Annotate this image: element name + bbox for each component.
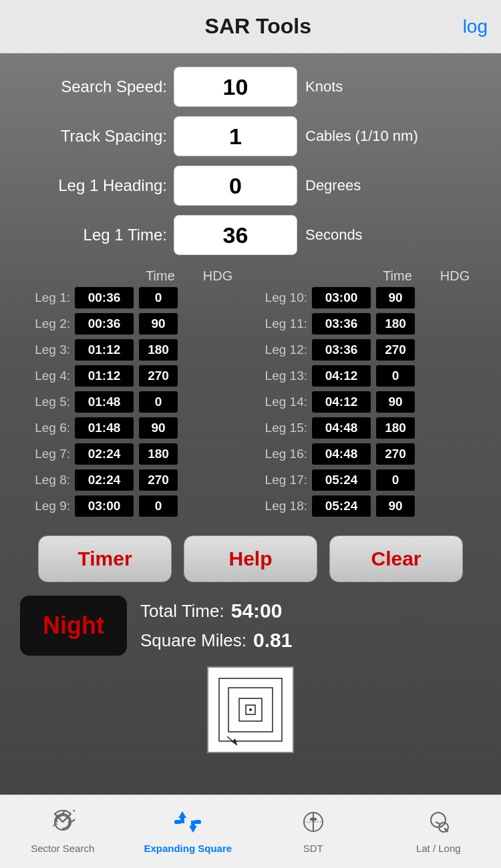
- leg-label: Leg 13:: [257, 369, 307, 383]
- leg-hdg: 90: [138, 312, 178, 335]
- leg-time: 03:00: [74, 495, 134, 517]
- right-time-header: Time: [367, 268, 428, 284]
- leg-label: Leg 14:: [257, 395, 307, 409]
- help-button[interactable]: Help: [184, 535, 317, 582]
- leg-time: 02:24: [74, 469, 134, 491]
- leg-label: Leg 3:: [20, 343, 70, 357]
- pattern-container: [20, 666, 481, 753]
- table-row: Leg 3: 01:12 180: [20, 339, 244, 361]
- leg-label: Leg 4:: [20, 369, 70, 383]
- expanding-square-icon: [174, 810, 201, 840]
- clear-button[interactable]: Clear: [329, 535, 463, 582]
- leg-label: Leg 8:: [20, 473, 70, 487]
- table-row: Leg 14: 04:12 90: [257, 391, 481, 413]
- leg-label: Leg 7:: [20, 447, 70, 461]
- svg-rect-14: [174, 820, 181, 824]
- leg-hdg: 0: [138, 286, 178, 309]
- search-speed-input[interactable]: 10: [174, 67, 297, 107]
- leg-table-container: Time HDG Leg 1: 00:36 0 Leg 2: 00:36 90 …: [20, 268, 481, 521]
- leg-time: 02:24: [74, 443, 134, 465]
- log-button[interactable]: log: [463, 16, 488, 37]
- leg-time: 03:36: [311, 312, 371, 335]
- nav-label-expanding-square: Expanding Square: [144, 843, 232, 854]
- left-table-header: Time HDG: [20, 268, 244, 284]
- leg-hdg: 270: [138, 469, 178, 491]
- leg1-heading-row: Leg 1 Heading: 0 Degrees: [20, 166, 481, 206]
- nav-item-sdt[interactable]: SDT: [251, 795, 376, 868]
- leg-hdg: 270: [138, 365, 178, 387]
- leg1-heading-input[interactable]: 0: [174, 166, 297, 206]
- nav-item-lat-long[interactable]: Lat / Long: [376, 795, 502, 868]
- nav-label-sdt: SDT: [303, 843, 323, 854]
- leg-hdg: 180: [138, 443, 178, 465]
- table-row: Leg 1: 00:36 0: [20, 286, 244, 309]
- leg-hdg: 90: [375, 391, 415, 413]
- leg-label: Leg 16:: [257, 447, 307, 461]
- leg-hdg: 180: [375, 417, 415, 439]
- stats-row: Night Total Time: 54:00 Square Miles: 0.…: [20, 596, 481, 656]
- app-title: SAR Tools: [53, 14, 463, 39]
- leg-time: 01:12: [74, 339, 134, 361]
- table-row: Leg 10: 03:00 90: [257, 286, 481, 309]
- bottom-nav: Sector Search Expanding Square: [0, 795, 501, 868]
- right-table-header: Time HDG: [257, 268, 481, 284]
- leg-hdg: 180: [138, 339, 178, 361]
- square-miles-line: Square Miles: 0.81: [140, 629, 292, 652]
- leg-time: 04:48: [311, 417, 371, 439]
- timer-button[interactable]: Timer: [38, 535, 172, 582]
- main-content: Search Speed: 10 Knots Track Spacing: 1 …: [0, 53, 501, 795]
- button-row: Timer Help Clear: [20, 535, 481, 582]
- leg-label: Leg 11:: [257, 316, 307, 331]
- svg-point-6: [249, 708, 252, 711]
- total-time-label: Total Time:: [140, 601, 224, 622]
- search-speed-row: Search Speed: 10 Knots: [20, 67, 481, 107]
- leg-label: Leg 9:: [20, 499, 70, 513]
- leg1-time-unit: Seconds: [305, 226, 363, 244]
- svg-marker-12: [189, 826, 197, 833]
- svg-marker-10: [178, 811, 186, 818]
- leg-time: 04:12: [311, 391, 371, 413]
- table-row: Leg 5: 01:48 0: [20, 391, 244, 413]
- leg-hdg: 0: [375, 365, 415, 387]
- svg-marker-5: [232, 738, 237, 745]
- table-row: Leg 6: 01:48 90: [20, 417, 244, 439]
- sdt-icon: [301, 810, 325, 840]
- total-time-line: Total Time: 54:00: [140, 600, 292, 622]
- leg1-heading-label: Leg 1 Heading:: [20, 176, 167, 195]
- leg-hdg: 270: [375, 339, 415, 361]
- track-spacing-input[interactable]: 1: [174, 116, 297, 156]
- night-button[interactable]: Night: [20, 596, 127, 656]
- table-row: Leg 18: 05:24 90: [257, 495, 481, 517]
- search-speed-unit: Knots: [305, 78, 343, 95]
- table-row: Leg 16: 04:48 270: [257, 443, 481, 465]
- table-row: Leg 7: 02:24 180: [20, 443, 244, 465]
- leg-time: 00:36: [74, 312, 134, 335]
- leg-label: Leg 2:: [20, 316, 70, 331]
- leg-time: 00:36: [74, 286, 134, 309]
- leg-time: 03:36: [311, 339, 371, 361]
- nav-item-sector-search[interactable]: Sector Search: [0, 795, 126, 868]
- table-row: Leg 2: 00:36 90: [20, 312, 244, 335]
- search-speed-label: Search Speed:: [20, 77, 167, 96]
- leg1-heading-unit: Degrees: [305, 177, 361, 194]
- track-spacing-label: Track Spacing:: [20, 127, 167, 146]
- leg-hdg: 0: [138, 391, 178, 413]
- leg-hdg: 90: [138, 417, 178, 439]
- leg-table-right: Time HDG Leg 10: 03:00 90 Leg 11: 03:36 …: [257, 268, 481, 521]
- leg-hdg: 0: [375, 469, 415, 491]
- leg-hdg: 90: [375, 286, 415, 309]
- leg-hdg: 0: [138, 495, 178, 517]
- nav-item-expanding-square[interactable]: Expanding Square: [126, 795, 251, 868]
- leg-time: 01:48: [74, 391, 134, 413]
- leg-label: Leg 10:: [257, 290, 307, 305]
- leg-hdg: 90: [375, 495, 415, 517]
- leg-time: 05:24: [311, 469, 371, 491]
- leg-label: Leg 18:: [257, 499, 307, 513]
- left-hdg-header: HDG: [194, 268, 241, 284]
- leg-label: Leg 15:: [257, 421, 307, 435]
- table-row: Leg 8: 02:24 270: [20, 469, 244, 491]
- leg1-time-row: Leg 1 Time: 36 Seconds: [20, 215, 481, 255]
- table-row: Leg 12: 03:36 270: [257, 339, 481, 361]
- leg1-time-input[interactable]: 36: [174, 215, 297, 255]
- table-row: Leg 17: 05:24 0: [257, 469, 481, 491]
